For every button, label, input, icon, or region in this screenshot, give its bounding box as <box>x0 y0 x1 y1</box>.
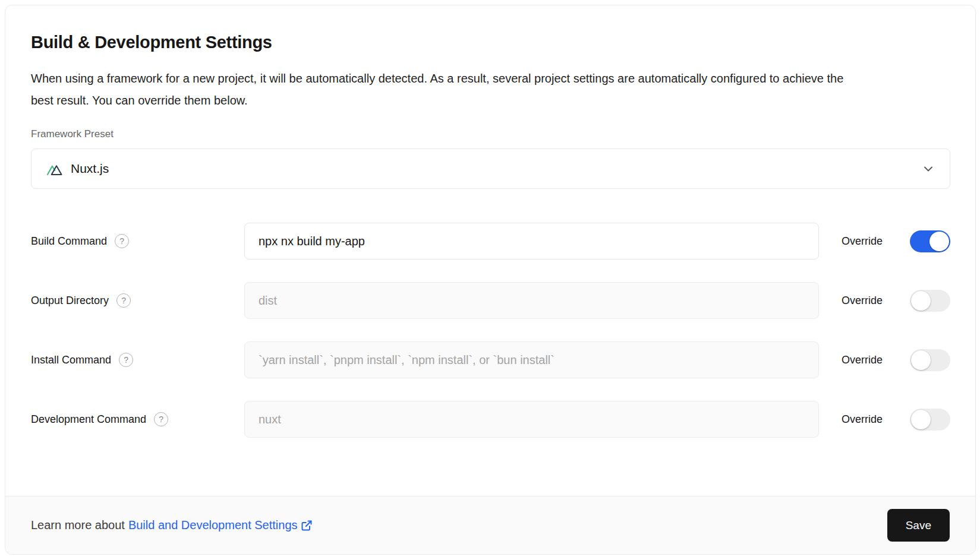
learn-more-link-text: Build and Development Settings <box>128 518 298 532</box>
toggle-knob <box>911 291 931 311</box>
override-toggle[interactable] <box>910 349 950 371</box>
row-label: Install Command ? <box>31 353 244 367</box>
framework-preset-select[interactable]: Nuxt.js <box>31 148 950 189</box>
nuxt-logo-icon <box>46 162 63 176</box>
toggle-knob <box>911 350 931 370</box>
external-link-icon <box>301 520 313 531</box>
framework-preset-value: Nuxt.js <box>71 162 109 176</box>
override-label: Override <box>842 413 895 426</box>
toggle-knob <box>911 410 931 429</box>
override-label: Override <box>842 235 895 248</box>
build-command-input[interactable] <box>244 223 819 260</box>
override-label: Override <box>842 354 895 366</box>
save-button[interactable]: Save <box>887 509 950 542</box>
row-label: Output Directory ? <box>31 293 244 308</box>
output-directory-input <box>244 282 819 319</box>
override-label: Override <box>842 295 895 307</box>
override-toggle[interactable] <box>910 230 950 252</box>
chevron-down-icon <box>921 162 935 176</box>
build-command-row: Build Command ? Override <box>31 223 950 260</box>
help-icon[interactable]: ? <box>115 234 129 248</box>
settings-description: When using a framework for a new project… <box>31 68 863 112</box>
override-toggle[interactable] <box>910 290 950 312</box>
toggle-knob <box>929 232 949 251</box>
development-command-input <box>244 401 819 438</box>
install-command-label: Install Command <box>31 354 111 366</box>
install-command-input <box>244 341 819 378</box>
card-footer: Learn more about Build and Development S… <box>5 496 975 554</box>
build-command-label: Build Command <box>31 235 107 248</box>
learn-more-text: Learn more about Build and Development S… <box>31 518 313 532</box>
build-settings-link[interactable]: Build and Development Settings <box>128 518 313 532</box>
development-command-label: Development Command <box>31 413 146 426</box>
row-label: Build Command ? <box>31 234 244 248</box>
help-icon[interactable]: ? <box>119 353 133 367</box>
install-command-row: Install Command ? Override <box>31 341 950 378</box>
help-icon[interactable]: ? <box>154 412 168 426</box>
row-label: Development Command ? <box>31 412 244 426</box>
card-body: Build & Development Settings When using … <box>5 5 975 496</box>
page-title: Build & Development Settings <box>31 33 950 52</box>
build-settings-card: Build & Development Settings When using … <box>5 5 976 555</box>
learn-more-prefix: Learn more about <box>31 518 125 532</box>
development-command-row: Development Command ? Override <box>31 401 950 438</box>
output-directory-label: Output Directory <box>31 295 109 307</box>
framework-preset-label: Framework Preset <box>31 128 950 140</box>
help-icon[interactable]: ? <box>116 293 131 308</box>
override-toggle[interactable] <box>910 409 950 431</box>
output-directory-row: Output Directory ? Override <box>31 282 950 319</box>
